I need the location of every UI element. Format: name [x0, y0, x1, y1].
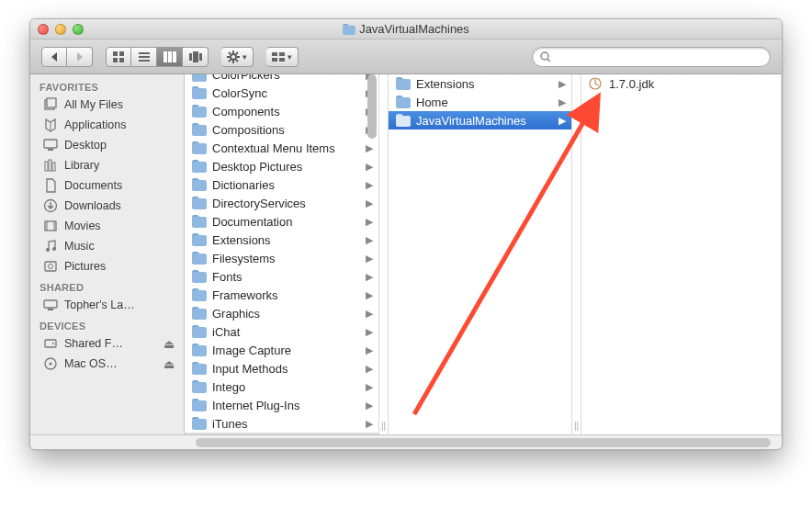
file-row[interactable]: Extensions▶ — [185, 231, 378, 249]
sidebar-item-label: Documents — [64, 179, 122, 192]
file-row[interactable]: 1.7.0.jdk — [581, 74, 781, 93]
docs-icon — [43, 178, 58, 193]
view-icon-button[interactable] — [106, 47, 131, 67]
file-row[interactable]: Desktop Pictures▶ — [185, 157, 378, 175]
file-name: Compositions — [212, 123, 285, 137]
svg-rect-5 — [139, 56, 150, 58]
svg-rect-46 — [45, 340, 56, 347]
minimize-button[interactable] — [55, 24, 66, 35]
file-row[interactable]: Contextual Menu Items▶ — [185, 139, 378, 157]
file-name: 1.7.0.jdk — [609, 77, 654, 91]
view-column-button[interactable] — [157, 47, 183, 67]
sidebar-item[interactable]: Applications — [30, 115, 184, 135]
svg-rect-4 — [139, 52, 150, 54]
view-coverflow-button[interactable] — [183, 47, 209, 67]
column-resize-2[interactable]: || — [572, 74, 581, 434]
svg-point-43 — [49, 265, 53, 269]
eject-icon[interactable]: ⏏ — [164, 357, 175, 371]
svg-rect-11 — [193, 51, 198, 62]
view-list-button[interactable] — [131, 47, 157, 67]
file-row[interactable]: Intego▶ — [185, 377, 378, 396]
svg-point-49 — [50, 363, 52, 366]
column-2[interactable]: Extensions▶Home▶JavaVirtualMachines▶ — [389, 74, 572, 434]
sidebar-item[interactable]: Topher's La… — [30, 295, 184, 315]
window-title-text: JavaVirtualMachines — [359, 22, 469, 36]
svg-rect-9 — [173, 51, 176, 62]
file-row[interactable]: Dictionaries▶ — [185, 175, 378, 194]
file-row[interactable]: ColorPickers▶ — [185, 74, 378, 84]
movies-icon — [43, 219, 58, 233]
search-field[interactable] — [532, 47, 771, 67]
scrollbar-thumb[interactable] — [367, 74, 377, 139]
horizontal-scrollbar[interactable] — [30, 434, 782, 449]
file-row[interactable]: Input Methods▶ — [185, 359, 378, 377]
column-1[interactable]: ColorPickers▶ColorSync▶Components▶Compos… — [185, 74, 379, 434]
arrange-button[interactable]: ▾ — [266, 47, 299, 67]
sidebar-heading: FAVORITES — [30, 76, 184, 95]
nav-buttons — [41, 47, 93, 67]
arrange-menu: ▾ — [266, 47, 299, 67]
sidebar-heading: SHARED — [30, 276, 184, 295]
file-row[interactable]: Image Capture▶ — [185, 341, 378, 359]
file-row[interactable]: DirectoryServices▶ — [185, 194, 378, 212]
column-resize-1[interactable]: || — [379, 74, 389, 434]
svg-rect-7 — [164, 51, 167, 62]
file-name: Filesystems — [212, 252, 276, 265]
action-button[interactable]: ▾ — [221, 47, 254, 67]
search-input[interactable] — [557, 51, 762, 63]
svg-point-41 — [52, 247, 56, 251]
zoom-button[interactable] — [73, 24, 84, 35]
file-row[interactable]: Components▶ — [185, 102, 378, 120]
svg-rect-29 — [47, 98, 56, 107]
svg-rect-35 — [52, 163, 55, 171]
file-row[interactable]: iTunes▶ — [185, 414, 378, 433]
svg-rect-23 — [279, 52, 285, 56]
file-name: iChat — [212, 325, 240, 339]
toolbar: ▾ ▾ — [30, 39, 782, 74]
sidebar-item[interactable]: Movies — [30, 216, 184, 236]
file-row[interactable]: Graphics▶ — [185, 304, 378, 322]
sidebar-item[interactable]: Music — [30, 236, 184, 256]
file-row[interactable]: Filesystems▶ — [185, 249, 378, 267]
eject-icon[interactable]: ⏏ — [164, 337, 175, 351]
file-row[interactable]: Compositions▶ — [185, 120, 378, 139]
sidebar-item[interactable]: Mac OS…⏏ — [30, 354, 184, 374]
sidebar-item[interactable]: Pictures — [30, 256, 184, 276]
sidebar-item[interactable]: Desktop — [30, 135, 184, 155]
file-row[interactable]: ColorSync▶ — [185, 84, 378, 102]
finder-window: JavaVirtualMachines ▾ ▾ — [29, 18, 783, 450]
file-row[interactable]: Extensions▶ — [389, 74, 571, 93]
column-3[interactable]: 1.7.0.jdk — [581, 74, 782, 434]
file-row[interactable]: Documentation▶ — [185, 212, 378, 231]
file-name: DirectoryServices — [212, 197, 306, 210]
sidebar-item[interactable]: Shared F…⏏ — [30, 333, 184, 354]
sidebar-item-label: Applications — [64, 118, 126, 131]
close-button[interactable] — [38, 24, 49, 35]
file-row[interactable]: Frameworks▶ — [185, 286, 378, 304]
forward-button[interactable] — [67, 47, 93, 67]
sidebar-item[interactable]: Downloads — [30, 196, 184, 216]
h-scroll-thumb[interactable] — [196, 438, 771, 447]
file-row[interactable]: JavaVirtualMachines▶ — [389, 111, 571, 130]
apps-icon — [43, 118, 58, 132]
file-row[interactable]: Fonts▶ — [185, 267, 378, 286]
chevron-right-icon: ▶ — [558, 78, 566, 90]
sidebar-item-label: Movies — [64, 220, 101, 232]
svg-rect-1 — [119, 51, 124, 56]
svg-rect-34 — [49, 160, 51, 171]
sidebar-item-label: Pictures — [64, 260, 106, 273]
sidebar-item[interactable]: Library — [30, 155, 184, 175]
svg-line-21 — [229, 60, 231, 62]
sidebar-item[interactable]: Documents — [30, 175, 184, 196]
file-row[interactable]: iChat▶ — [185, 322, 378, 341]
file-row[interactable]: Internet Plug-Ins▶ — [185, 396, 378, 414]
file-row[interactable]: Home▶ — [389, 93, 571, 111]
file-name: Internet Plug-Ins — [212, 399, 299, 412]
view-buttons — [106, 47, 209, 67]
svg-line-18 — [229, 52, 231, 54]
back-button[interactable] — [41, 47, 67, 67]
disk-icon — [43, 336, 58, 351]
file-name: Components — [212, 105, 280, 118]
sidebar-item[interactable]: All My Files — [30, 95, 184, 115]
remote-icon — [43, 298, 58, 312]
